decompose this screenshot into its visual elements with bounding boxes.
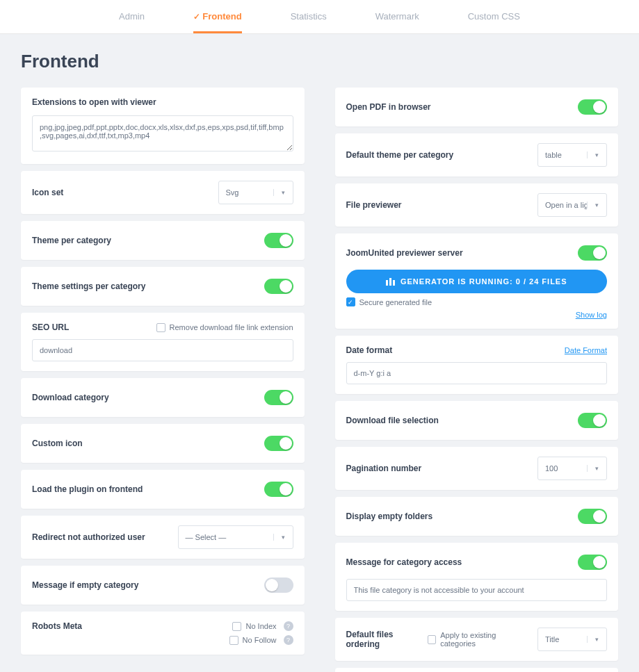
- pagination-label: Pagination number: [346, 464, 422, 473]
- apply-label: Apply to existing categories: [440, 631, 531, 648]
- card-seo-url: SEO URL Remove download file link extens…: [21, 313, 305, 371]
- download-selection-label: Download file selection: [346, 416, 439, 425]
- card-empty-message: Message if empty category: [21, 566, 305, 605]
- redirect-label: Redirect not authorized user: [32, 532, 145, 542]
- card-load-plugin: Load the plugin on frontend: [21, 470, 305, 509]
- icon-set-label: Icon set: [32, 188, 63, 197]
- download-selection-toggle[interactable]: [578, 413, 607, 428]
- empty-message-toggle[interactable]: [264, 577, 293, 593]
- tab-admin[interactable]: Admin: [119, 11, 145, 33]
- robots-label: Robots Meta: [32, 621, 82, 631]
- previewer-value: Open in a ligh: [538, 201, 587, 209]
- theme-settings-label: Theme settings per category: [32, 281, 145, 291]
- card-joomserver: JoomUnited previewer server GENERATOR IS…: [335, 233, 619, 329]
- secure-label: Secure generated file: [359, 298, 432, 306]
- seo-url-input[interactable]: [32, 339, 293, 361]
- category-message-input[interactable]: [346, 579, 608, 601]
- checkbox-icon: ✓: [346, 297, 355, 306]
- tabs-bar: Admin Frontend Statistics Watermark Cust…: [0, 0, 639, 34]
- default-theme-value: table: [538, 151, 587, 159]
- date-format-input[interactable]: [346, 362, 608, 384]
- nofollow-label: No Follow: [243, 636, 277, 644]
- show-log-link[interactable]: Show log: [576, 311, 607, 319]
- open-pdf-label: Open PDF in browser: [346, 102, 431, 112]
- bars-icon: [386, 278, 395, 286]
- checkbox-icon: [156, 323, 165, 332]
- extensions-label: Extensions to open with viewer: [32, 97, 293, 107]
- chevron-down-icon: ▾: [587, 151, 606, 158]
- card-theme-per-category: Theme per category: [21, 221, 305, 260]
- card-redirect: Redirect not authorized user — Select — …: [21, 516, 305, 559]
- empty-folders-label: Display empty folders: [346, 511, 433, 521]
- chevron-down-icon: ▾: [587, 465, 606, 472]
- empty-folders-toggle[interactable]: [578, 509, 607, 524]
- card-pagination: Pagination number 100 ▾: [335, 447, 619, 490]
- previewer-select[interactable]: Open in a ligh ▾: [537, 193, 607, 217]
- chevron-down-icon: ▾: [273, 189, 293, 196]
- card-default-theme: Default theme per category table ▾: [335, 133, 619, 177]
- category-message-toggle[interactable]: [578, 555, 607, 570]
- help-icon[interactable]: ?: [284, 635, 293, 645]
- pagination-select[interactable]: 100 ▾: [537, 457, 607, 480]
- page-title: Frontend: [21, 51, 618, 72]
- card-category-message: Message for category access: [335, 543, 619, 611]
- download-category-label: Download category: [32, 393, 109, 402]
- redirect-value: — Select —: [179, 533, 273, 541]
- theme-per-category-label: Theme per category: [32, 236, 111, 245]
- card-theme-settings-per-category: Theme settings per category: [21, 267, 305, 306]
- card-custom-icon: Custom icon: [21, 424, 305, 463]
- empty-message-label: Message if empty category: [32, 580, 138, 590]
- robots-noindex-checkbox[interactable]: No Index ?: [232, 621, 293, 631]
- card-open-pdf: Open PDF in browser: [335, 88, 619, 126]
- load-plugin-toggle[interactable]: [264, 482, 293, 497]
- custom-icon-label: Custom icon: [32, 439, 83, 448]
- ordering-select[interactable]: Title ▾: [537, 628, 607, 651]
- card-empty-folders: Display empty folders: [335, 497, 619, 536]
- card-ordering-direction: Default files ordering direction Apply t…: [335, 668, 619, 672]
- help-icon[interactable]: ?: [284, 621, 293, 631]
- theme-per-category-toggle[interactable]: [264, 233, 293, 248]
- custom-icon-toggle[interactable]: [264, 436, 293, 451]
- category-message-label: Message for category access: [346, 557, 462, 567]
- tab-frontend[interactable]: Frontend: [193, 11, 242, 33]
- ordering-apply-checkbox[interactable]: Apply to existing categories: [428, 631, 531, 648]
- tab-watermark[interactable]: Watermark: [375, 11, 419, 33]
- open-pdf-toggle[interactable]: [578, 99, 607, 115]
- card-icon-set: Icon set Svg ▾: [21, 171, 305, 214]
- generator-button-label: GENERATOR IS RUNNING: 0 / 24 FILES: [401, 277, 567, 286]
- tab-statistics[interactable]: Statistics: [291, 11, 327, 33]
- seo-checkbox-label: Remove download file link extension: [170, 323, 293, 331]
- joomserver-label: JoomUnited previewer server: [346, 248, 463, 258]
- tab-customcss[interactable]: Custom CSS: [468, 11, 520, 33]
- load-plugin-label: Load the plugin on frontend: [32, 484, 143, 494]
- chevron-down-icon: ▾: [587, 636, 606, 643]
- seo-label: SEO URL: [32, 322, 69, 332]
- secure-file-checkbox[interactable]: ✓ Secure generated file: [346, 297, 608, 306]
- icon-set-select[interactable]: Svg ▾: [218, 181, 293, 204]
- date-format-link[interactable]: Date Format: [565, 346, 607, 354]
- default-theme-select[interactable]: table ▾: [537, 143, 607, 167]
- card-previewer: File previewer Open in a ligh ▾: [335, 183, 619, 227]
- icon-set-value: Svg: [219, 188, 273, 197]
- robots-nofollow-checkbox[interactable]: No Follow ?: [229, 635, 293, 645]
- ordering-value: Title: [538, 635, 587, 644]
- seo-remove-ext-checkbox[interactable]: Remove download file link extension: [156, 323, 293, 332]
- card-extensions: Extensions to open with viewer png,jpg,j…: [21, 88, 305, 164]
- download-category-toggle[interactable]: [264, 390, 293, 405]
- card-files-ordering: Default files ordering Apply to existing…: [335, 618, 619, 661]
- checkbox-icon: [229, 636, 238, 645]
- joomserver-toggle[interactable]: [578, 245, 607, 261]
- generator-button[interactable]: GENERATOR IS RUNNING: 0 / 24 FILES: [346, 270, 608, 293]
- ordering-label: Default files ordering: [346, 630, 428, 649]
- redirect-select[interactable]: — Select — ▾: [178, 525, 293, 549]
- date-format-label: Date format: [346, 345, 393, 355]
- extensions-textarea[interactable]: png,jpg,jpeg,pdf,ppt,pptx,doc,docx,xls,x…: [32, 115, 293, 151]
- chevron-down-icon: ▾: [587, 202, 606, 208]
- previewer-label: File previewer: [346, 200, 402, 210]
- card-download-selection: Download file selection: [335, 401, 619, 440]
- default-theme-label: Default theme per category: [346, 150, 454, 160]
- checkbox-icon: [232, 622, 241, 631]
- card-robots-meta: Robots Meta No Index ? No Follow ?: [21, 612, 305, 655]
- theme-settings-toggle[interactable]: [264, 279, 293, 294]
- card-download-category: Download category: [21, 378, 305, 417]
